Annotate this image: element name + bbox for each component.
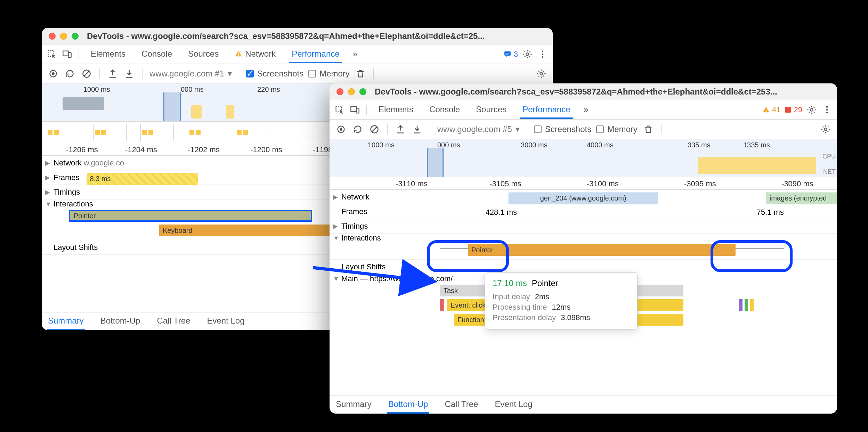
chevron-down-icon: ▾ — [516, 124, 520, 134]
more-tabs-icon[interactable]: » — [349, 48, 361, 60]
record-icon[interactable] — [335, 123, 347, 135]
screenshot-thumbnail[interactable] — [140, 124, 174, 141]
recording-select[interactable]: www.google.com #5 ▾ — [437, 124, 520, 134]
track-network[interactable]: ▶ Network gen_204 (www.google.com) image… — [330, 190, 837, 204]
minimap-handle[interactable] — [427, 148, 444, 177]
track-interactions[interactable]: ▼ Interactions Pointer — [330, 234, 837, 260]
memory-checkbox[interactable]: Memory — [596, 124, 638, 134]
svg-point-9 — [542, 50, 544, 52]
interaction-pointer-bar[interactable]: Pointer — [69, 210, 312, 222]
btab-bottom-up[interactable]: Bottom-Up — [99, 313, 142, 330]
minimap-tick: 1335 ms — [743, 141, 770, 149]
interaction-whisker — [440, 248, 471, 249]
screenshot-thumbnail[interactable] — [46, 124, 79, 141]
tab-performance[interactable]: Performance — [516, 101, 576, 119]
download-icon[interactable] — [123, 68, 135, 80]
clear-icon[interactable] — [368, 123, 380, 135]
inspect-icon[interactable] — [46, 48, 58, 60]
btab-summary[interactable]: Summary — [334, 397, 373, 413]
upload-icon[interactable] — [395, 123, 406, 135]
minimize-window-button[interactable] — [60, 33, 67, 40]
maximize-window-button[interactable] — [359, 88, 366, 95]
tab-console[interactable]: Console — [423, 101, 466, 119]
clear-icon[interactable] — [81, 68, 92, 80]
minimap[interactable]: 1000 ms 000 ms 3000 ms 4000 ms 335 ms 13… — [330, 139, 837, 177]
tab-sources[interactable]: Sources — [182, 46, 225, 63]
window-title: DevTools - www.google.com/search?sca_esv… — [87, 31, 546, 41]
btab-call-tree[interactable]: Call Tree — [155, 313, 192, 330]
svg-rect-6 — [505, 53, 510, 54]
tab-performance[interactable]: Performance — [285, 46, 346, 63]
btab-summary[interactable]: Summary — [47, 313, 85, 330]
minimize-window-button[interactable] — [348, 88, 355, 95]
inspect-icon[interactable] — [334, 104, 346, 116]
reload-icon[interactable] — [352, 123, 364, 135]
ruler-tick: -3100 ms — [587, 179, 619, 188]
titlebar: DevTools - www.google.com/search?sca_esv… — [42, 28, 553, 44]
screenshots-checkbox[interactable]: Screenshots — [534, 124, 591, 134]
panel-tabs: Elements Console Sources Performance » 4… — [330, 100, 837, 120]
tab-sources[interactable]: Sources — [470, 101, 513, 119]
tab-network[interactable]: Network — [228, 46, 282, 63]
close-window-button[interactable] — [336, 88, 343, 95]
separator — [430, 124, 430, 135]
tracks-area: ▶ Network gen_204 (www.google.com) image… — [330, 190, 837, 396]
trash-icon[interactable] — [355, 68, 366, 80]
record-icon[interactable] — [47, 68, 59, 80]
close-window-button[interactable] — [49, 33, 56, 40]
screenshots-checkbox[interactable]: ✓ Screenshots — [246, 69, 303, 79]
cpu-label: CPU — [822, 153, 836, 160]
memory-checkbox[interactable]: Memory — [308, 69, 350, 79]
network-bar[interactable]: images (encrypted — [766, 193, 837, 204]
network-bar[interactable]: gen_204 (www.google.com) — [509, 193, 658, 204]
track-layout-shifts[interactable]: Layout Shifts — [330, 260, 837, 274]
download-icon[interactable] — [411, 123, 423, 135]
warning-icon — [762, 106, 770, 114]
reload-icon[interactable] — [64, 68, 76, 80]
checkbox-icon — [534, 125, 542, 133]
screenshot-thumbnail[interactable] — [93, 124, 127, 141]
tab-elements[interactable]: Elements — [84, 46, 132, 63]
screenshot-thumbnail[interactable] — [235, 124, 268, 141]
tab-elements[interactable]: Elements — [372, 101, 420, 119]
svg-rect-4 — [238, 55, 239, 56]
tab-console[interactable]: Console — [135, 46, 178, 63]
warnings-badge[interactable]: 41 — [762, 105, 780, 114]
svg-point-11 — [542, 56, 544, 58]
interaction-pointer-bar[interactable]: Pointer — [468, 244, 736, 256]
tooltip-name: Pointer — [532, 278, 558, 288]
btab-event-log[interactable]: Event Log — [205, 313, 246, 330]
track-timings[interactable]: ▶ Timings — [330, 219, 837, 234]
minimap-handle[interactable] — [163, 92, 181, 121]
btab-bottom-up[interactable]: Bottom-Up — [387, 397, 430, 413]
window-title: DevTools - www.google.com/search?sca_esv… — [375, 87, 830, 97]
svg-rect-23 — [788, 108, 788, 110]
kebab-icon[interactable] — [821, 104, 833, 116]
upload-icon[interactable] — [107, 68, 119, 80]
messages-badge[interactable]: 3 — [503, 50, 518, 59]
settings-icon[interactable] — [521, 48, 533, 60]
settings-icon[interactable] — [806, 104, 818, 116]
devtools-window-right: DevTools - www.google.com/search?sca_esv… — [330, 83, 837, 414]
caret-right-icon: ▶ — [333, 222, 339, 230]
kebab-icon[interactable] — [537, 48, 549, 60]
device-toggle-icon[interactable] — [61, 48, 73, 60]
btab-event-log[interactable]: Event Log — [493, 397, 534, 413]
recording-select[interactable]: www.google.com #1 ▾ — [149, 69, 232, 79]
screenshot-thumbnail[interactable] — [188, 124, 221, 141]
perf-toolbar: www.google.com #1 ▾ ✓ Screenshots Memory — [42, 64, 553, 83]
minimap-segment — [226, 105, 234, 119]
maximize-window-button[interactable] — [72, 33, 79, 40]
timeline-ruler[interactable]: -3110 ms -3105 ms -3100 ms -3095 ms -309… — [330, 177, 837, 190]
svg-point-26 — [826, 106, 828, 108]
more-tabs-icon[interactable]: » — [580, 104, 592, 116]
trash-icon[interactable] — [642, 123, 654, 135]
btab-call-tree[interactable]: Call Tree — [443, 397, 479, 413]
separator — [142, 68, 143, 79]
track-frames[interactable]: Frames 428.1 ms 75.1 ms — [330, 204, 837, 219]
device-toggle-icon[interactable] — [349, 104, 361, 116]
frame-bar[interactable]: 8.3 ms — [87, 173, 198, 185]
errors-badge[interactable]: 29 — [784, 105, 802, 114]
gear-icon[interactable] — [820, 123, 832, 135]
gear-icon[interactable] — [535, 68, 547, 80]
